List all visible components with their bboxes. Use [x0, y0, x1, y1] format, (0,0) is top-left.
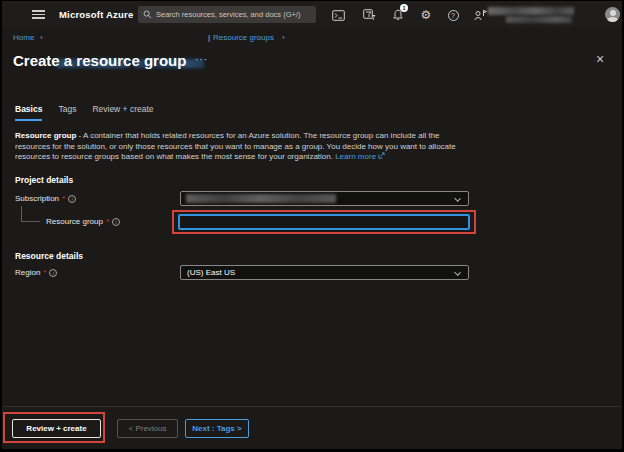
tab-review-create[interactable]: Review + create: [92, 104, 153, 121]
breadcrumb-pipe: |: [208, 33, 210, 42]
info-icon[interactable]: i: [68, 195, 76, 203]
subscription-label: Subscription*i: [15, 194, 76, 203]
resource-details-heading: Resource details: [15, 251, 83, 261]
resource-group-label: Resource group*i: [46, 217, 120, 226]
breadcrumb-separator: ›: [282, 33, 285, 42]
breadcrumb-separator: ›: [40, 33, 43, 42]
chevron-down-icon: [454, 195, 461, 202]
review-create-button[interactable]: Review + create: [12, 419, 101, 438]
avatar[interactable]: [605, 7, 620, 22]
azure-portal-window: Microsoft Azure: [0, 0, 624, 452]
notifications-bell-icon[interactable]: 1: [391, 8, 405, 22]
portal-content: Microsoft Azure: [2, 1, 622, 449]
breadcrumb-resource-groups[interactable]: Resource groups: [213, 33, 274, 42]
hamburger-menu-icon[interactable]: [32, 10, 45, 19]
region-value: (US) East US: [187, 266, 235, 279]
resource-group-description: Resource group - A container that holds …: [15, 131, 465, 163]
notification-badge: 1: [400, 4, 408, 12]
learn-more-link[interactable]: Learn more: [335, 152, 376, 161]
search-icon: [143, 10, 152, 19]
page-title: Create a resource group: [13, 52, 186, 69]
required-marker: *: [106, 217, 109, 226]
wizard-tabs: Basics Tags Review + create: [15, 104, 154, 121]
breadcrumb-home[interactable]: Home: [13, 33, 34, 42]
redacted-account-directory: [506, 16, 572, 23]
settings-gear-icon[interactable]: ⚙: [419, 8, 433, 22]
redacted-account-name: [488, 7, 574, 15]
help-icon[interactable]: ?: [446, 8, 460, 22]
previous-button[interactable]: < Previous: [117, 419, 178, 438]
search-input[interactable]: [156, 10, 311, 19]
close-icon[interactable]: ×: [592, 51, 608, 67]
required-marker: *: [43, 268, 46, 277]
description-dash: -: [76, 131, 83, 140]
more-options-icon[interactable]: ···: [195, 54, 208, 65]
feedback-icon[interactable]: [473, 8, 487, 22]
chevron-down-icon: [454, 269, 461, 276]
external-link-icon: [378, 152, 385, 163]
breadcrumb: Home › | Resource groups ›: [2, 28, 622, 48]
tab-tags[interactable]: Tags: [58, 104, 76, 121]
global-search[interactable]: [138, 6, 316, 23]
cloud-shell-icon[interactable]: [331, 8, 345, 22]
redacted-subscription-value: [186, 194, 336, 203]
field-tree-connector: [21, 206, 40, 222]
tab-basics[interactable]: Basics: [15, 104, 42, 121]
info-icon[interactable]: i: [112, 218, 120, 226]
footer-divider: [2, 406, 622, 407]
required-marker: *: [62, 194, 65, 203]
next-tags-button[interactable]: Next : Tags >: [185, 419, 249, 438]
top-bar: Microsoft Azure: [2, 1, 622, 28]
resource-group-input[interactable]: [178, 214, 470, 230]
azure-logo-text[interactable]: Microsoft Azure: [59, 1, 133, 28]
region-dropdown[interactable]: (US) East US: [180, 265, 469, 280]
description-lead: Resource group: [15, 131, 76, 140]
directory-filter-icon[interactable]: [362, 8, 376, 22]
project-details-heading: Project details: [15, 175, 73, 185]
region-label: Region*i: [15, 268, 57, 277]
info-icon[interactable]: i: [49, 269, 57, 277]
